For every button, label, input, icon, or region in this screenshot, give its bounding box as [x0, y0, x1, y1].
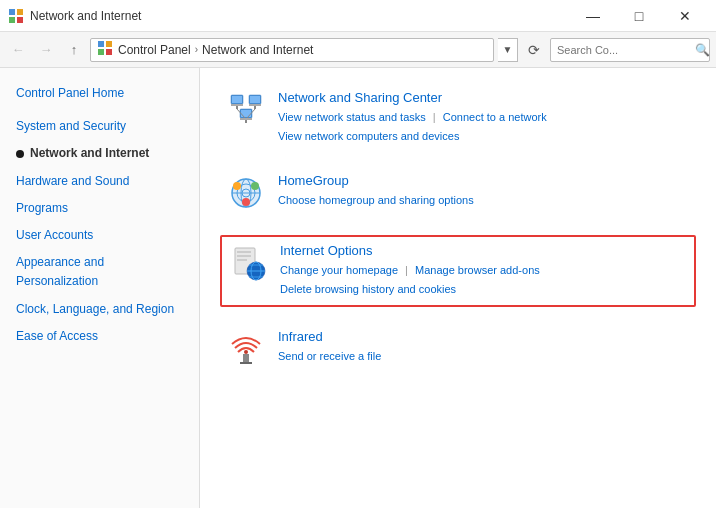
infrared-title[interactable]: Infrared: [278, 329, 381, 344]
svg-rect-0: [9, 9, 15, 15]
change-homepage-link[interactable]: Change your homepage: [280, 264, 398, 276]
active-indicator: [16, 150, 24, 158]
svg-rect-10: [231, 104, 243, 106]
svg-rect-5: [106, 41, 112, 47]
connect-to-network-link[interactable]: Connect to a network: [443, 111, 547, 123]
address-dropdown[interactable]: ▼: [498, 38, 518, 62]
manage-addons-link[interactable]: Manage browser add-ons: [415, 264, 540, 276]
svg-rect-15: [254, 106, 256, 109]
sidebar-item-system-security[interactable]: System and Security: [0, 113, 199, 140]
infrared-text: Infrared Send or receive a file: [278, 329, 381, 366]
svg-rect-19: [245, 120, 247, 123]
category-homegroup: HomeGroup Choose homegroup and sharing o…: [220, 167, 696, 219]
svg-rect-3: [17, 17, 23, 23]
svg-rect-32: [237, 251, 251, 253]
homegroup-sharing-link[interactable]: Choose homegroup and sharing options: [278, 194, 474, 206]
svg-rect-7: [106, 49, 112, 55]
forward-button[interactable]: →: [34, 38, 58, 62]
svg-rect-6: [98, 49, 104, 55]
svg-rect-18: [240, 118, 252, 120]
sidebar-item-user-accounts[interactable]: User Accounts: [0, 222, 199, 249]
infrared-links: Send or receive a file: [278, 347, 381, 366]
breadcrumb-icon: [97, 40, 113, 59]
sidebar: Control Panel Home System and Security N…: [0, 68, 200, 508]
send-receive-file-link[interactable]: Send or receive a file: [278, 350, 381, 362]
sidebar-item-clock[interactable]: Clock, Language, and Region: [0, 296, 199, 323]
sidebar-item-control-panel-home[interactable]: Control Panel Home: [0, 80, 199, 107]
minimize-button[interactable]: —: [570, 0, 616, 32]
svg-point-29: [251, 182, 259, 190]
back-button[interactable]: ←: [6, 38, 30, 62]
up-button[interactable]: ↑: [62, 38, 86, 62]
sidebar-item-network-label: Network and Internet: [30, 144, 149, 163]
breadcrumb-network-internet[interactable]: Network and Internet: [202, 43, 313, 57]
sidebar-item-ease-of-access[interactable]: Ease of Access: [0, 323, 199, 350]
svg-point-30: [242, 198, 250, 206]
svg-rect-4: [98, 41, 104, 47]
svg-point-43: [244, 350, 248, 354]
main-container: Control Panel Home System and Security N…: [0, 68, 716, 508]
window-icon: [8, 8, 24, 24]
window-title: Network and Internet: [30, 9, 570, 23]
svg-rect-2: [9, 17, 15, 23]
title-bar: Network and Internet — □ ✕: [0, 0, 716, 32]
category-internet-options: Internet Options Change your homepage | …: [220, 235, 696, 306]
refresh-button[interactable]: ⟳: [522, 38, 546, 62]
homegroup-icon: [226, 173, 266, 213]
svg-rect-11: [236, 106, 238, 109]
content-area: Network and Sharing Center View network …: [200, 68, 716, 508]
breadcrumb-control-panel[interactable]: Control Panel: [118, 43, 191, 57]
maximize-button[interactable]: □: [616, 0, 662, 32]
address-bar: ← → ↑ Control Panel › Network and Intern…: [0, 32, 716, 68]
internet-options-title[interactable]: Internet Options: [280, 243, 540, 258]
homegroup-text: HomeGroup Choose homegroup and sharing o…: [278, 173, 474, 210]
network-sharing-icon: [226, 90, 266, 130]
svg-rect-13: [250, 96, 260, 103]
category-network-sharing: Network and Sharing Center View network …: [220, 84, 696, 151]
category-infrared: Infrared Send or receive a file: [220, 323, 696, 375]
breadcrumb-sep: ›: [195, 44, 198, 55]
sidebar-item-appearance[interactable]: Appearance and Personalization: [0, 249, 199, 295]
network-sharing-text: Network and Sharing Center View network …: [278, 90, 547, 145]
search-icon: 🔍: [695, 43, 710, 57]
close-button[interactable]: ✕: [662, 0, 708, 32]
search-input[interactable]: [557, 44, 695, 56]
svg-rect-9: [232, 96, 242, 103]
view-network-status-link[interactable]: View network status and tasks: [278, 111, 426, 123]
sidebar-item-hardware-sound[interactable]: Hardware and Sound: [0, 168, 199, 195]
sidebar-item-programs[interactable]: Programs: [0, 195, 199, 222]
internet-options-text: Internet Options Change your homepage | …: [280, 243, 540, 298]
svg-rect-1: [17, 9, 23, 15]
homegroup-title[interactable]: HomeGroup: [278, 173, 474, 188]
network-sharing-links: View network status and tasks | Connect …: [278, 108, 547, 145]
address-path[interactable]: Control Panel › Network and Internet: [90, 38, 494, 62]
svg-point-28: [233, 182, 241, 190]
svg-rect-14: [249, 104, 261, 106]
infrared-icon: [226, 329, 266, 369]
internet-options-links: Change your homepage | Manage browser ad…: [280, 261, 540, 298]
svg-rect-34: [237, 259, 247, 261]
svg-rect-33: [237, 255, 251, 257]
svg-rect-17: [241, 110, 251, 117]
view-computers-link[interactable]: View network computers and devices: [278, 130, 459, 142]
sidebar-item-network-internet[interactable]: Network and Internet: [0, 140, 199, 167]
svg-rect-42: [240, 362, 252, 364]
search-box[interactable]: 🔍: [550, 38, 710, 62]
homegroup-links: Choose homegroup and sharing options: [278, 191, 474, 210]
internet-options-icon: [228, 243, 268, 283]
window-controls: — □ ✕: [570, 0, 708, 32]
delete-browsing-history-link[interactable]: Delete browsing history and cookies: [280, 283, 456, 295]
network-sharing-title[interactable]: Network and Sharing Center: [278, 90, 547, 105]
